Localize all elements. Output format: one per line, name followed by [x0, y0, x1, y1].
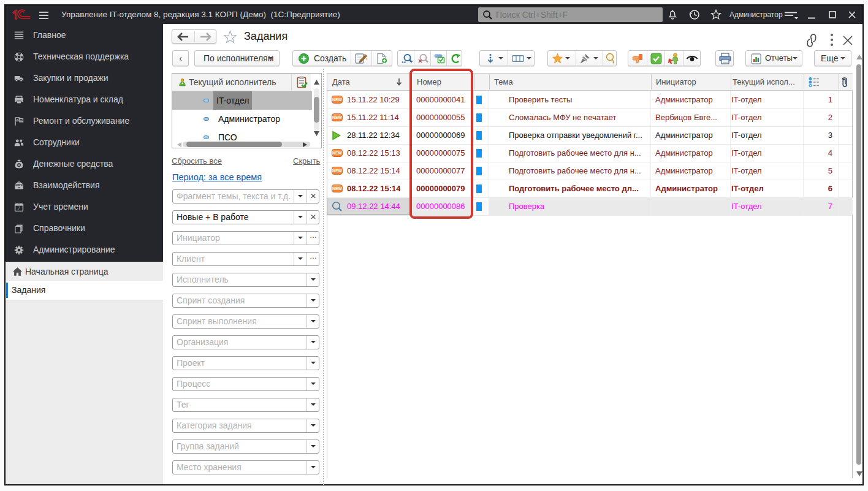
svg-text:s: s	[18, 163, 20, 167]
svg-text:7: 7	[18, 206, 20, 210]
